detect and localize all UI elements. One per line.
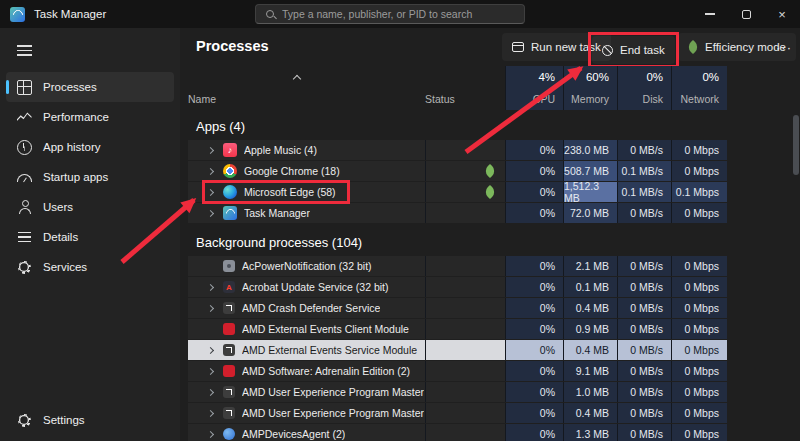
column-header-disk[interactable]: 0% Disk <box>617 66 671 110</box>
network-cell: 0 Mbps <box>671 256 727 276</box>
process-group-header[interactable]: Background processes (104) <box>188 224 800 255</box>
status-cell <box>425 361 505 381</box>
sidebar-item-services[interactable]: Services <box>6 252 174 282</box>
close-button[interactable]: × <box>764 0 800 28</box>
group-label: Background processes (104) <box>196 235 362 250</box>
process-row[interactable]: Microsoft Edge (58) 0% 1,512.3 MB 0.1 MB… <box>188 182 800 202</box>
group-label: Apps (4) <box>196 119 245 134</box>
end-task-button[interactable]: End task <box>592 36 675 64</box>
sidebar-item-processes[interactable]: Processes <box>6 72 174 102</box>
expand-chevron-icon[interactable] <box>207 388 214 395</box>
sidebar-item-settings[interactable]: Settings <box>6 405 174 435</box>
name-cell: AMPDevicesAgent (2) <box>188 424 425 441</box>
efficiency-leaf-icon <box>483 164 497 178</box>
sidebar-item-users[interactable]: Users <box>6 192 174 222</box>
cpu-cell: 0% <box>505 382 563 402</box>
cpu-cell: 0% <box>505 256 563 276</box>
name-cell: Apple Music (4) <box>188 140 425 160</box>
disk-cell: 0.1 MB/s <box>617 161 671 181</box>
task-manager-window: Task Manager × Processes Performance App… <box>0 0 800 441</box>
process-row[interactable]: AMD External Events Client Module 0% 0.9… <box>188 319 800 339</box>
disk-cell: 0 MB/s <box>617 256 671 276</box>
expand-chevron-icon[interactable] <box>207 304 214 311</box>
column-header-name[interactable]: Name <box>188 66 425 110</box>
memory-cell: 1.0 MB <box>563 382 617 402</box>
process-row[interactable]: Apple Music (4) 0% 238.0 MB 0 MB/s 0 Mbp… <box>188 140 800 160</box>
sidebar-item-performance[interactable]: Performance <box>6 102 174 132</box>
minimize-button[interactable] <box>692 0 728 28</box>
amp-icon <box>223 428 235 440</box>
expand-chevron-icon[interactable] <box>207 209 214 216</box>
maximize-button[interactable] <box>728 0 764 28</box>
window-title: Task Manager <box>34 8 106 20</box>
disk-cell: 0.1 MB/s <box>617 182 671 202</box>
table-header: Name Status 4% CPU 60% Memory 0% Disk 0%… <box>188 66 727 110</box>
process-row[interactable]: AMD Crash Defender Service 0% 0.4 MB 0 M… <box>188 298 800 318</box>
disk-total-percent: 0% <box>646 71 663 83</box>
leaf-icon <box>686 40 700 54</box>
network-cell: 0 Mbps <box>671 161 727 181</box>
name-cell: AMD External Events Service Module <box>188 340 425 360</box>
process-name: AMD User Experience Program Master <box>242 386 424 398</box>
process-row[interactable]: AMD Software: Adrenalin Edition (2) 0% 9… <box>188 361 800 381</box>
name-cell: Task Manager <box>188 203 425 223</box>
chevron-up-icon <box>293 74 301 82</box>
column-header-status[interactable]: Status <box>425 66 505 110</box>
services-icon <box>16 259 32 275</box>
menu-toggle-button[interactable] <box>10 38 38 62</box>
close-icon: × <box>778 8 786 21</box>
cpu-cell: 0% <box>505 298 563 318</box>
network-cell: 0 Mbps <box>671 203 727 223</box>
collapse-groups-button[interactable] <box>288 70 306 84</box>
name-cell: Microsoft Edge (58) <box>188 182 425 202</box>
network-total-percent: 0% <box>702 71 719 83</box>
column-header-network[interactable]: 0% Network <box>671 66 727 110</box>
amd-red-icon <box>223 365 235 377</box>
more-options-button[interactable]: ··· <box>772 33 796 61</box>
process-group-header[interactable]: Apps (4) <box>188 110 800 139</box>
process-row[interactable]: AMPDevicesAgent (2) 0% 1.3 MB 0 MB/s 0 M… <box>188 424 800 441</box>
column-header-memory[interactable]: 60% Memory <box>563 66 617 110</box>
process-name: Google Chrome (18) <box>244 165 340 177</box>
sidebar-item-startup-apps[interactable]: Startup apps <box>6 162 174 192</box>
sidebar-item-label: Details <box>43 231 78 243</box>
maximize-icon <box>742 10 751 19</box>
sidebar-item-label: Services <box>43 261 87 273</box>
sidebar-item-app-history[interactable]: App history <box>6 132 174 162</box>
memory-cell: 0.4 MB <box>563 340 617 360</box>
name-cell: AMD Crash Defender Service <box>188 298 425 318</box>
column-header-cpu[interactable]: 4% CPU <box>505 66 563 110</box>
process-row[interactable]: Acrobat Update Service (32 bit) 0% 0.1 M… <box>188 277 800 297</box>
amd-dark-icon <box>223 344 235 356</box>
memory-cell: 72.0 MB <box>563 203 617 223</box>
sidebar-item-details[interactable]: Details <box>6 222 174 252</box>
expand-chevron-icon[interactable] <box>207 283 214 290</box>
end-task-icon <box>602 45 613 56</box>
process-row[interactable]: AMD User Experience Program Master 0% 0.… <box>188 403 800 423</box>
selected-accent-bar <box>6 80 9 94</box>
memory-cell: 1,512.3 MB <box>563 182 617 202</box>
cpu-cell: 0% <box>505 182 563 202</box>
search-input[interactable] <box>282 8 507 20</box>
process-row[interactable]: Task Manager 0% 72.0 MB 0 MB/s 0 Mbps <box>188 203 800 223</box>
vertical-scrollbar[interactable] <box>793 110 799 439</box>
search-box[interactable] <box>255 4 525 24</box>
expand-chevron-icon[interactable] <box>207 146 214 153</box>
expand-chevron-icon[interactable] <box>207 409 214 416</box>
cpu-cell: 0% <box>505 203 563 223</box>
process-name: Acrobat Update Service (32 bit) <box>242 281 389 293</box>
memory-total-percent: 60% <box>586 71 609 83</box>
process-row[interactable]: AcPowerNotification (32 bit) 0% 2.1 MB 0… <box>188 256 800 276</box>
taskmgr-icon <box>223 206 237 220</box>
efficiency-leaf-icon <box>483 185 497 199</box>
process-row[interactable]: AMD External Events Service Module 0% 0.… <box>188 340 800 360</box>
expand-chevron-icon[interactable] <box>207 167 214 174</box>
expand-chevron-icon[interactable] <box>207 346 214 353</box>
process-row[interactable]: AMD User Experience Program Master 0% 1.… <box>188 382 800 402</box>
process-row[interactable]: Google Chrome (18) 0% 508.7 MB 0.1 MB/s … <box>188 161 800 181</box>
scrollbar-thumb[interactable] <box>793 115 799 175</box>
expand-chevron-icon[interactable] <box>207 430 214 437</box>
expand-chevron-icon[interactable] <box>207 367 214 374</box>
cpu-cell: 0% <box>505 140 563 160</box>
network-cell: 0 Mbps <box>671 361 727 381</box>
